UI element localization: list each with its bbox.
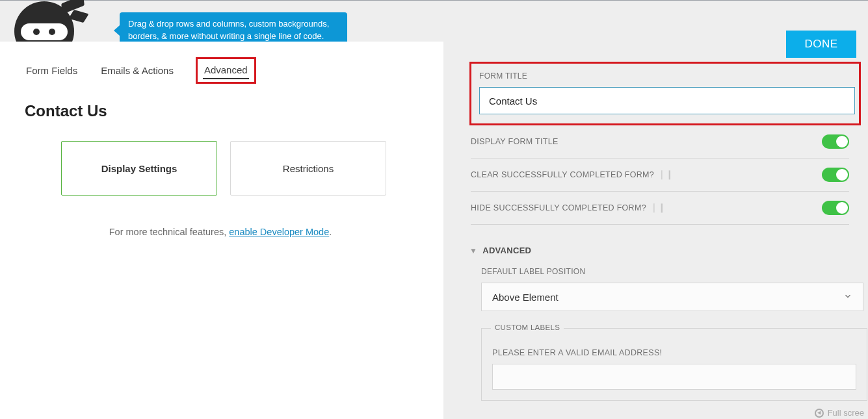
- card-display-settings[interactable]: Display Settings: [61, 141, 217, 196]
- toggle-knob: [836, 202, 848, 214]
- row-display-form-title: DISPLAY FORM TITLE: [471, 125, 849, 159]
- form-title-label: FORM TITLE: [479, 71, 851, 81]
- toggle-clear-completed[interactable]: [822, 168, 849, 182]
- row-hide-completed: HIDE SUCCESSFULLY COMPLETED FORM? ❘❙: [471, 192, 849, 225]
- tab-emails-actions-label: Emails & Actions: [101, 65, 174, 76]
- custom-labels-title: CUSTOM LABELS: [491, 324, 564, 331]
- section-advanced: ▼ ADVANCED DEFAULT LABEL POSITION Above …: [469, 246, 858, 401]
- custom-labels-group: CUSTOM LABELS PLEASE ENTER A VALID EMAIL…: [481, 328, 867, 401]
- info-icon[interactable]: ❘❙: [650, 203, 666, 212]
- toggle-hide-completed[interactable]: [822, 201, 849, 215]
- tab-emails-actions[interactable]: Emails & Actions: [99, 62, 175, 79]
- form-name-heading: Contact Us: [25, 102, 419, 120]
- toggle-display-form-title[interactable]: [822, 134, 849, 149]
- left-panel: Form Fields Emails & Actions Advanced Co…: [0, 42, 443, 419]
- form-title-highlight-box: FORM TITLE: [469, 62, 861, 125]
- card-restrictions-label: Restrictions: [283, 163, 334, 174]
- custom-labels-input[interactable]: [492, 364, 856, 390]
- section-advanced-label: ADVANCED: [482, 246, 531, 255]
- right-panel: DONE FORM TITLE DISPLAY FORM TITLE CLEAR…: [443, 1, 868, 419]
- chevron-down-icon: ▼: [469, 246, 477, 255]
- tab-form-fields-label: Form Fields: [26, 65, 77, 76]
- info-icon[interactable]: ❘❙: [658, 170, 674, 179]
- tab-advanced-label: Advanced: [204, 64, 248, 75]
- clear-completed-label: CLEAR SUCCESSFULLY COMPLETED FORM?: [471, 170, 654, 179]
- hide-completed-label: HIDE SUCCESSFULLY COMPLETED FORM?: [471, 203, 646, 212]
- arrow-left-icon: ◄: [815, 409, 824, 418]
- promo-tooltip-text: Drag & drop rows and columns, custom bac…: [128, 19, 329, 41]
- section-advanced-content: DEFAULT LABEL POSITION Above Element CUS…: [481, 267, 863, 401]
- done-button-label: DONE: [804, 38, 837, 51]
- fullscreen-label: Full scree: [828, 408, 864, 418]
- form-tabs: Form Fields Emails & Actions Advanced: [25, 57, 419, 84]
- card-display-settings-label: Display Settings: [101, 163, 178, 174]
- card-restrictions[interactable]: Restrictions: [230, 141, 386, 196]
- tab-form-fields[interactable]: Form Fields: [25, 62, 79, 79]
- tab-advanced-highlight: Advanced: [196, 57, 256, 84]
- developer-mode-suffix: .: [329, 227, 332, 237]
- tab-advanced[interactable]: Advanced: [203, 62, 249, 79]
- chevron-down-icon: [843, 292, 852, 303]
- toggle-knob: [836, 136, 848, 147]
- row-clear-completed: CLEAR SUCCESSFULLY COMPLETED FORM? ❘❙: [471, 159, 849, 192]
- developer-mode-prefix: For more technical features,: [109, 227, 230, 237]
- toggle-knob: [836, 169, 848, 181]
- settings-cards-row: Display Settings Restrictions: [61, 141, 419, 196]
- developer-mode-line: For more technical features, enable Deve…: [48, 227, 393, 237]
- default-label-position-select[interactable]: Above Element: [481, 283, 863, 311]
- default-label-position-label: DEFAULT LABEL POSITION: [481, 267, 863, 276]
- section-advanced-header[interactable]: ▼ ADVANCED: [469, 246, 858, 255]
- custom-labels-sublabel: PLEASE ENTER A VALID EMAIL ADDRESS!: [492, 348, 856, 357]
- enable-developer-mode-link[interactable]: enable Developer Mode: [229, 227, 329, 237]
- form-title-input[interactable]: [479, 87, 855, 114]
- fullscreen-badge[interactable]: ◄ Full scree: [811, 407, 868, 419]
- display-form-title-label: DISPLAY FORM TITLE: [471, 137, 559, 146]
- done-button[interactable]: DONE: [786, 31, 856, 58]
- default-label-position-value: Above Element: [492, 292, 559, 303]
